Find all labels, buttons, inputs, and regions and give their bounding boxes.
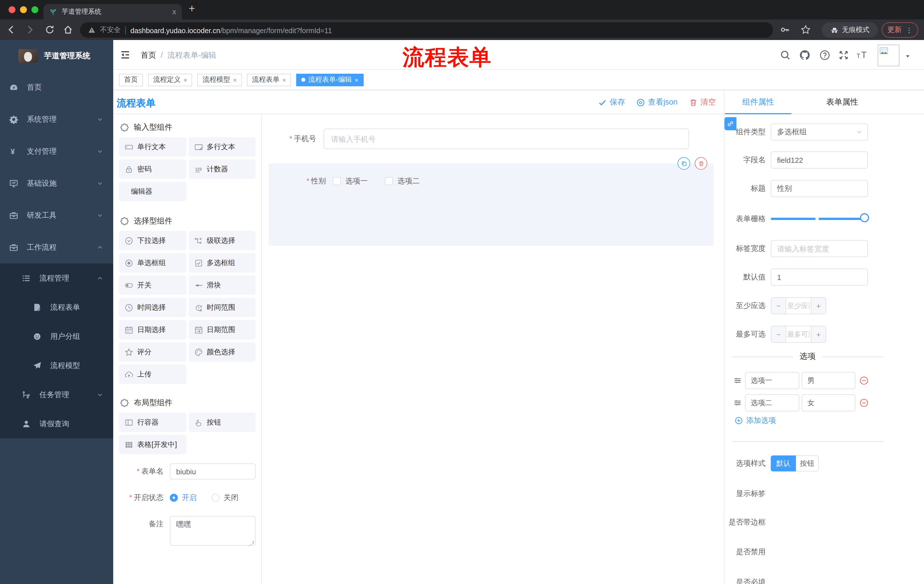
browser-menu-icon[interactable]: ⋮ (906, 26, 912, 34)
option-label-input[interactable] (745, 394, 799, 411)
sidebar-item-leave-query[interactable]: 请假查询 (0, 409, 113, 438)
url-bar[interactable]: 不安全 dashboard.yudao.iocoder.cn/bpm/manag… (80, 22, 773, 38)
minus-button[interactable]: − (771, 298, 786, 314)
field-name-input[interactable] (771, 151, 868, 169)
github-icon[interactable] (799, 50, 810, 61)
palette-item-计数器[interactable]: 123计数器 (188, 160, 256, 179)
status-radio-off[interactable]: 关闭 (211, 493, 238, 503)
window-minimize-button[interactable] (20, 6, 27, 13)
help-icon[interactable] (819, 50, 830, 61)
palette-item-表格[开发中][interactable]: 表格[开发中] (119, 435, 186, 454)
palette-item-密码[interactable]: 密码 (119, 160, 186, 179)
palette-item-时间选择[interactable]: 时间选择 (119, 298, 186, 317)
option-style-button[interactable]: 按钮 (796, 456, 819, 471)
tab-close-icon[interactable]: x (172, 7, 176, 16)
remark-textarea[interactable]: 嘿嘿 (170, 516, 256, 546)
min-select-input[interactable] (786, 298, 811, 314)
tag-close-icon[interactable]: × (282, 76, 286, 83)
palette-item-开关[interactable]: 开关 (119, 275, 186, 295)
avatar[interactable] (878, 44, 899, 66)
sidebar-item-system[interactable]: 系统管理 (0, 104, 113, 135)
checkbox[interactable] (385, 177, 393, 185)
sidebar-collapse-icon[interactable] (120, 50, 130, 60)
tag-close-icon[interactable]: × (183, 76, 187, 83)
window-close-button[interactable] (8, 6, 15, 13)
fullscreen-icon[interactable] (838, 50, 849, 61)
slider-handle[interactable] (860, 213, 869, 222)
tab-form-props[interactable]: 表单属性 (826, 97, 858, 107)
default-value-input[interactable] (771, 268, 868, 286)
copy-component-button[interactable] (678, 157, 690, 170)
tag-流程表单[interactable]: 流程表单× (247, 73, 291, 86)
palette-item-日期选择[interactable]: 日期选择 (119, 320, 186, 339)
remove-option-button[interactable] (860, 398, 868, 408)
checkbox[interactable] (333, 177, 341, 185)
remove-option-button[interactable] (860, 376, 868, 385)
sidebar-item-task-mgmt[interactable]: 任务管理 (0, 380, 113, 409)
status-radio-on[interactable]: 开启 (170, 493, 197, 503)
sidebar-item-infra[interactable]: 基础设施 (0, 168, 113, 199)
update-button[interactable]: 更新 ⋮ (882, 22, 918, 38)
new-tab-button[interactable]: + (189, 2, 195, 15)
drag-handle-icon[interactable] (734, 399, 742, 407)
palette-item-上传[interactable]: 上传 (119, 365, 186, 384)
palette-item-滑块[interactable]: 滑块 (188, 275, 256, 295)
add-option-button[interactable]: 添加选项 (735, 415, 776, 426)
plus-button[interactable]: + (811, 326, 826, 342)
browser-tab[interactable]: 芋道管理系统 x (43, 4, 182, 20)
font-size-icon[interactable]: TT (856, 50, 869, 61)
breadcrumb-home[interactable]: 首页 (141, 51, 156, 59)
palette-item-按钮[interactable]: 按钮 (188, 413, 256, 432)
tag-close-icon[interactable]: × (233, 76, 237, 83)
save-button[interactable]: 保存 (598, 97, 625, 107)
delete-component-button[interactable] (695, 157, 707, 170)
grid-slider[interactable] (771, 210, 868, 227)
option-style-default[interactable]: 默认 (771, 456, 796, 471)
clear-button[interactable]: 清空 (689, 97, 716, 107)
forward-icon[interactable] (25, 25, 35, 35)
palette-item-评分[interactable]: 评分 (119, 342, 186, 362)
sidebar-item-process-mgmt[interactable]: 流程管理 (0, 263, 113, 293)
palette-item-行容器[interactable]: 行容器 (119, 413, 186, 432)
reload-icon[interactable] (45, 25, 55, 35)
avatar-caret-icon[interactable] (904, 53, 911, 59)
palette-item-编辑器[interactable]: 编辑器 (119, 182, 186, 201)
palette-item-时间范围[interactable]: 时间范围 (188, 298, 256, 317)
palette-item-单选框组[interactable]: 单选框组 (119, 253, 186, 273)
component-type-select[interactable]: 多选框组 (771, 123, 868, 141)
selected-component-block[interactable]: *性别 选项一选项二 (269, 163, 714, 246)
plus-button[interactable]: + (811, 298, 826, 314)
window-zoom-button[interactable] (31, 6, 38, 13)
sidebar-item-process-model[interactable]: 流程模型 (0, 351, 113, 380)
sidebar-item-workflow[interactable]: 工作流程 (0, 232, 113, 263)
option-value-input[interactable] (802, 372, 855, 389)
checkbox-option-选项一[interactable]: 选项一 (333, 176, 368, 186)
back-icon[interactable] (6, 25, 16, 35)
sidebar-item-payment[interactable]: ¥支付管理 (0, 135, 113, 168)
search-icon[interactable] (780, 50, 791, 61)
bookmark-star-icon[interactable] (800, 25, 811, 35)
max-select-input[interactable] (786, 326, 811, 342)
option-label-input[interactable] (745, 372, 799, 389)
sidebar-item-user-group[interactable]: 用户分组 (0, 322, 113, 351)
palette-item-下拉选择[interactable]: 下拉选择 (119, 231, 186, 250)
tag-流程定义[interactable]: 流程定义× (148, 73, 192, 86)
password-key-icon[interactable] (780, 25, 790, 35)
option-value-input[interactable] (802, 394, 855, 411)
drag-handle-icon[interactable] (734, 377, 742, 385)
palette-item-多行文本[interactable]: 多行文本 (188, 137, 256, 156)
form-name-input[interactable] (170, 464, 256, 479)
phone-input[interactable] (323, 128, 689, 149)
view-json-button[interactable]: 查看json (636, 97, 678, 107)
tag-流程表单-编辑[interactable]: 流程表单-编辑× (297, 73, 364, 86)
label-width-input[interactable] (771, 240, 868, 257)
home-icon[interactable] (63, 25, 73, 35)
minus-button[interactable]: − (771, 326, 786, 342)
checkbox-option-选项二[interactable]: 选项二 (385, 176, 420, 186)
tag-close-icon[interactable]: × (355, 76, 358, 83)
tab-component-props[interactable]: 组件属性 (742, 97, 774, 107)
palette-item-颜色选择[interactable]: 颜色选择 (188, 342, 256, 362)
tag-首页[interactable]: 首页 (119, 73, 143, 86)
sidebar-item-devtools[interactable]: 研发工具 (0, 199, 113, 232)
sidebar-item-process-form[interactable]: 流程表单 (0, 293, 113, 322)
